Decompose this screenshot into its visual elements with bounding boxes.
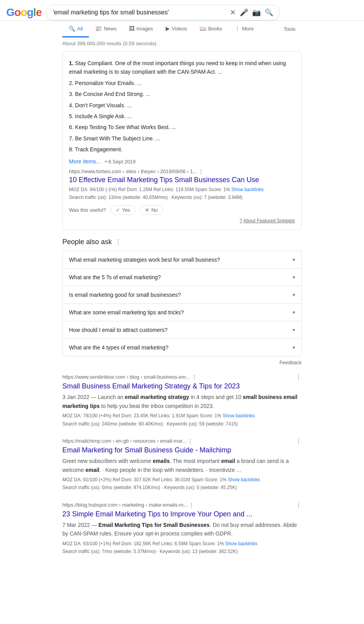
google-logo: Google [6,6,41,19]
images-icon: 🖼 [129,25,134,32]
search-icon[interactable]: 🔍 [265,8,273,17]
snippet-meta-2: Search traffic (us): 13/mo (website: 40.… [69,193,295,201]
snippet-item-8: 8. Track Engagement. [69,144,295,155]
snippet-item-6: 6. Keep Testing To See What Works Best. … [69,122,295,133]
result-title-2[interactable]: Email Marketing for Small Business Guide… [62,445,302,455]
snippet-feedback: Was this useful? ✓ Yes ✕ No [69,205,295,215]
clear-icon[interactable]: ✕ [230,8,236,17]
result-url-3: https://blog.hubspot.com › marketing › m… [62,502,194,508]
snippet-item-2: 2. Personalize Your Emails. ... [69,78,295,89]
result-options-2[interactable]: ⋮ [295,437,302,445]
about-featured-snippets[interactable]: ? About Featured Snippets [69,218,295,223]
snippet-item-4: 4. Don't Forget Visuals. ... [69,100,295,111]
search-icon-group: ✕ 🎤 📷 🔍 [230,8,273,17]
result-url-1: https://www.sendinblue.com › blog › smal… [62,374,197,380]
chevron-down-icon: ▾ [293,327,295,333]
more-items-link[interactable]: More items... [69,158,101,165]
chevron-down-icon: ▾ [293,310,295,315]
tab-all[interactable]: 🔍 All [62,21,89,37]
books-icon: 📖 [200,25,206,32]
yes-button[interactable]: ✓ Yes [111,205,135,215]
people-also-ask-section: People also ask ⋮ What email marketing s… [62,238,302,365]
result-snippet-3: 7 Mar 2022 — Email Marketing Tips for Sm… [62,521,302,538]
results-info: About 399,000,000 results (0.59 seconds) [62,37,302,51]
paa-item-3[interactable]: Is email marketing good for small busine… [62,286,302,303]
tab-news[interactable]: 📰 News [89,21,123,37]
tab-books[interactable]: 📖 Books [193,21,228,37]
tab-more[interactable]: ⋮ More [228,21,260,37]
snippet-item-7: 7. Be Smart With The Subject Line. ... [69,133,295,144]
paa-item-5[interactable]: How should I email to attract customers?… [62,321,302,339]
snippet-title[interactable]: 10 Effective Email Marketing Tips Small … [69,176,295,184]
more-icon: ⋮ [235,25,240,32]
useful-label: Was this useful? [69,207,106,213]
chevron-down-icon: ▾ [293,292,295,298]
snippet-item-3: 3. Be Concise And End Strong. ... [69,89,295,99]
featured-snippet: 1. Stay Compliant. One of the most impor… [62,51,302,230]
show-backlinks-1[interactable]: Show backlinks [223,413,255,418]
tab-videos[interactable]: ▶ Videos [159,21,194,37]
show-backlinks-3[interactable]: Show backlinks [225,541,258,546]
paa-item-2[interactable]: What are the 5 Ts of email marketing? ▾ [62,268,302,286]
result-item-3: https://blog.hubspot.com › marketing › m… [62,501,302,556]
no-button[interactable]: ✕ No [140,205,163,215]
snippet-meta-1: MOZ DA: 94/100 (-1%) Ref Dom: 1.26M Ref … [69,186,295,193]
x-icon: ✕ [145,207,149,213]
result-url-2: https://mailchimp.com › en-gb › resource… [62,438,193,444]
result-item-1: https://www.sendinblue.com › blog › smal… [62,373,302,428]
microphone-icon[interactable]: 🎤 [240,8,248,17]
search-input[interactable]: 'email marketing tips for small business… [53,9,227,16]
result-meta-2: MOZ DA: 92/100 (+2%) Ref Dom: 307.62K Re… [62,476,302,492]
show-backlinks-link-1[interactable]: Show backlinks [231,187,264,192]
chevron-down-icon: ▾ [293,345,295,350]
result-options-1[interactable]: ⋮ [295,373,302,381]
chevron-down-icon: ▾ [293,257,295,262]
result-meta-1: MOZ DA: 78/100 (+4%) Ref Dom: 23.45K Ref… [62,412,302,428]
check-icon: ✓ [116,207,120,213]
show-backlinks-2[interactable]: Show backlinks [228,477,260,482]
all-icon: 🔍 [69,25,75,32]
result-snippet-1: 3 Jan 2022 — Launch an email marketing s… [62,393,302,410]
search-bar[interactable]: 'email marketing tips for small business… [46,5,280,20]
result-meta-3: MOZ DA: 93/100 (+1%) Ref Dom: 182.56K Re… [62,540,302,556]
camera-icon[interactable]: 📷 [252,8,261,17]
feedback-button[interactable]: Feedback [62,360,302,365]
result-title-1[interactable]: Small Business Email Marketing Strategy … [62,381,302,391]
main-content: About 399,000,000 results (0.59 seconds)… [0,37,364,556]
result-title-3[interactable]: 23 Simple Email Marketing Tips to Improv… [62,509,302,519]
snippet-item-5: 5. Include A Single Ask. ... [69,111,295,122]
result-options-3[interactable]: ⋮ [295,501,302,509]
news-icon: 📰 [95,25,102,32]
videos-icon: ▶ [166,25,170,32]
paa-item-6[interactable]: What are the 4 types of email marketing?… [62,339,302,356]
header: Google 'email marketing tips for small b… [0,0,364,21]
nav-tabs: 🔍 All 📰 News 🖼 Images ▶ Videos 📖 Books ⋮… [0,21,364,37]
paa-item-4[interactable]: What are some email marketing tips and t… [62,303,302,321]
result-snippet-2: Greet new subscribers with welcome email… [62,457,302,474]
chevron-down-icon: ▾ [293,275,295,280]
snippet-date: • 6 Sept 2019 [105,159,136,165]
result-item-2: https://mailchimp.com › en-gb › resource… [62,437,302,492]
snippet-source-url: https://www.forbes.com › sites › theyec … [69,168,295,174]
paa-item-1[interactable]: What email marketing strategies work bes… [62,251,302,268]
paa-dots-menu[interactable]: ⋮ [115,238,121,246]
tab-images[interactable]: 🖼 Images [123,21,159,37]
tools-button[interactable]: Tools [277,21,302,37]
paa-title: People also ask ⋮ [62,238,302,246]
